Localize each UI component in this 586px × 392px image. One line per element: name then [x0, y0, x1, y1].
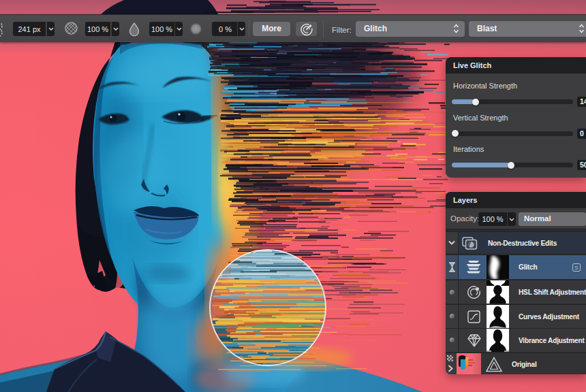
svg-text:S: S	[574, 265, 578, 271]
